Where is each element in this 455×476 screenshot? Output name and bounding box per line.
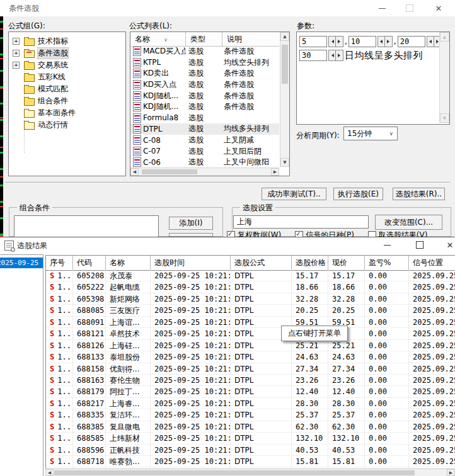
scroll-down-icon[interactable]: ▼ [440, 113, 449, 123]
formula-name: KD卖出 [143, 68, 186, 79]
formula-group-tree[interactable]: + 技术指标 + 条件选股 + 交易系统 + 五彩K线 + 模式匹配 + 组合条… [8, 31, 126, 176]
table-row[interactable]: S1..688158优刻得...2025-09-25 10:21:33DTPL2… [46, 363, 455, 375]
cell-formula: DTPL [231, 340, 292, 351]
tree-item[interactable]: + 条件选股 [10, 47, 68, 59]
change-scope-button[interactable]: 改变范围(C)... [375, 215, 442, 230]
table-row[interactable]: S1..605222起帆电缆2025-09-25 10:21:33DTPL18.… [46, 281, 455, 293]
screen: 条件选股 ✕ 公式组(G): + 技术指标 + 条件选股 + 交易系统 + 五彩… [0, 0, 455, 476]
header-type[interactable]: 类型 [186, 32, 222, 46]
table-row[interactable]: S1..688718唯赛勃...2025-09-25 10:21:34DTPL1… [46, 456, 455, 467]
results-table-header: 序号代码名称选股时间选股公式选股价格现价盈亏%信号位置 [46, 256, 455, 271]
close-icon[interactable]: ✕ [444, 239, 455, 251]
formula-row[interactable]: MACD买入点 选股 条件选股 [130, 46, 279, 57]
results-sidebar[interactable]: 2025-09-25 10 [0, 254, 43, 476]
formula-row[interactable]: C-08 选股 上叉阴减 [130, 135, 279, 146]
param-input-1[interactable] [299, 36, 327, 47]
table-row[interactable]: S1..688163赛伦生物2025-09-25 10:21:33DTPL23.… [46, 375, 455, 386]
scroll-up-icon[interactable]: ▲ [440, 32, 449, 42]
param-spinner-4[interactable] [328, 50, 343, 61]
tree-item[interactable]: + 五彩K线 [10, 71, 66, 83]
formula-row[interactable]: KD卖出 选股 条件选股 [130, 68, 279, 79]
param-input-3[interactable] [398, 36, 425, 47]
formula-vscrollbar[interactable]: ▲ ▼ [280, 32, 289, 167]
table-row[interactable]: S1..688596正帆科技2025-09-25 10:21:33DTPL40.… [46, 445, 455, 456]
column-header-cur_price[interactable]: 现价 [328, 256, 365, 270]
column-header-time[interactable]: 选股时间 [151, 256, 231, 270]
table-row[interactable]: S1..688179阿拉丁...2025-09-25 10:21:33DTPL1… [46, 386, 455, 397]
formula-row[interactable]: KDJ随机... 选股 条件选股 [130, 90, 279, 101]
scroll-down-icon[interactable]: ▼ [280, 158, 289, 167]
sidebar-selected-item[interactable]: 2025-09-25 10 [0, 258, 43, 268]
scroll-thumb[interactable] [142, 169, 197, 174]
column-header-code[interactable]: 代码 [73, 256, 106, 270]
scroll-up-icon[interactable]: ▲ [280, 32, 289, 41]
scroll-right-icon[interactable]: ▶ [447, 469, 455, 476]
formula-type: 选股 [188, 101, 204, 112]
minimize-icon[interactable] [376, 3, 388, 14]
params-vscrollbar[interactable]: ▲ ▼ [439, 32, 449, 123]
tree-item[interactable]: + 组合条件 [10, 95, 68, 107]
table-row[interactable]: S1..605208永茂泰2025-09-25 10:21:33DTPL15.1… [46, 270, 455, 281]
table-row[interactable]: S1..605398新炬网络2025-09-25 10:21:33DTPL32.… [46, 293, 455, 305]
expand-icon[interactable]: + [13, 50, 20, 57]
formula-row[interactable]: DTPL 选股 均线多头排列 [130, 123, 279, 135]
table-row[interactable]: S1..688385复旦微电2025-09-25 10:21:33DTPL62.… [46, 421, 455, 433]
success-rate-test-button[interactable]: 成功率测试(T).. [262, 188, 326, 200]
column-header-pl[interactable]: 盈亏% [365, 256, 409, 270]
tree-item[interactable]: + 交易系统 [10, 59, 68, 71]
close-icon[interactable]: ✕ [432, 3, 445, 14]
select-result-button[interactable]: 选股结果(R).. [393, 188, 445, 200]
add-button[interactable]: 添加(I) [169, 217, 213, 230]
param-input-2[interactable] [348, 36, 376, 47]
tree-item[interactable]: + 动态行情 [10, 119, 68, 131]
cell-name: 阿拉丁... [106, 386, 151, 397]
scroll-thumb[interactable] [54, 470, 415, 475]
formula-doc-icon [133, 91, 141, 101]
table-row[interactable]: S1..688126上海硅...2025-09-25 10:21:33DTPL2… [46, 340, 455, 351]
scope-field[interactable]: 上海 [233, 215, 369, 229]
tooltip: 点右键打开菜单 [281, 326, 348, 341]
table-row[interactable]: S1..688335复洁环...2025-09-25 10:21:33DTPL2… [46, 409, 455, 421]
table-row[interactable]: S1..688133泰坦股份2025-09-25 10:21:33DTPL24.… [46, 351, 455, 363]
scroll-left-icon[interactable]: ◀ [45, 469, 54, 476]
param-spinner-2[interactable] [377, 36, 393, 47]
formula-row[interactable]: KTPL 选股 均线空头排列 [130, 57, 279, 69]
expand-icon[interactable]: + [13, 38, 20, 45]
tree-item[interactable]: + 基本面条件 [10, 107, 76, 119]
maximize-icon[interactable] [413, 239, 426, 251]
table-row[interactable]: S1..688091上海谊...2025-09-25 10:21:33DTPL5… [46, 317, 455, 328]
scroll-left-icon[interactable]: ◀ [130, 168, 139, 176]
formula-hscrollbar[interactable]: ◀ ▶ [130, 167, 279, 176]
column-header-seq[interactable]: 序号 [46, 256, 73, 270]
formula-row[interactable]: Formula8 选股 [130, 113, 279, 124]
scroll-thumb[interactable] [282, 45, 288, 84]
tree-item[interactable]: + 模式匹配 [10, 83, 68, 95]
table-row[interactable]: S1..688121卓然技术2025-09-25 10:21:33DTPL0.0… [46, 328, 455, 339]
column-header-pos[interactable]: 信号位置 [409, 256, 455, 270]
cell-pl: 0.00 [365, 328, 409, 339]
table-row[interactable]: S1..688585上纬新材2025-09-25 10:21:33DTPL132… [46, 433, 455, 444]
period-dropdown[interactable]: 15分钟 ∨ [343, 127, 398, 140]
param-spinner-1[interactable] [328, 36, 343, 47]
param-input-4[interactable] [299, 50, 327, 61]
table-row[interactable]: S1..688085三友医疗2025-09-25 10:21:33DTPL20.… [46, 305, 455, 316]
formula-row[interactable]: C-06 选股 上叉中间微阳 [130, 157, 279, 168]
header-desc[interactable]: 说明 [222, 32, 279, 46]
column-header-sel_price[interactable]: 选股价格 [292, 256, 328, 270]
formula-list[interactable]: 名称∨ 类型 说明 MACD买入点 选股 条件选股 KTPL 选股 均线空头排列… [130, 31, 290, 176]
scroll-right-icon[interactable]: ▶ [271, 168, 279, 176]
formula-row[interactable]: KD买入点 选股 条件选股 [130, 79, 279, 91]
tree-item[interactable]: + 技术指标 [10, 35, 68, 47]
minimize-icon[interactable] [381, 239, 393, 251]
formula-row[interactable]: C-07 选股 上叉阳后阴 [130, 145, 279, 157]
formula-row[interactable]: KDJ随机... 选股 条件选股 [130, 101, 279, 113]
combo-condition-list[interactable] [14, 215, 159, 238]
run-select-button[interactable]: 执行选股(E) [333, 188, 383, 200]
column-header-formula[interactable]: 选股公式 [231, 256, 292, 270]
cell-name: 永茂泰 [106, 270, 151, 281]
table-row[interactable]: S1..688217上海睿...2025-09-25 10:21:33DTPL2… [46, 398, 455, 409]
column-header-name[interactable]: 名称 [106, 256, 151, 270]
header-name[interactable]: 名称∨ [130, 32, 186, 46]
expand-icon[interactable]: + [13, 62, 20, 69]
results-hscrollbar[interactable]: ◀ ▶ [45, 468, 455, 476]
